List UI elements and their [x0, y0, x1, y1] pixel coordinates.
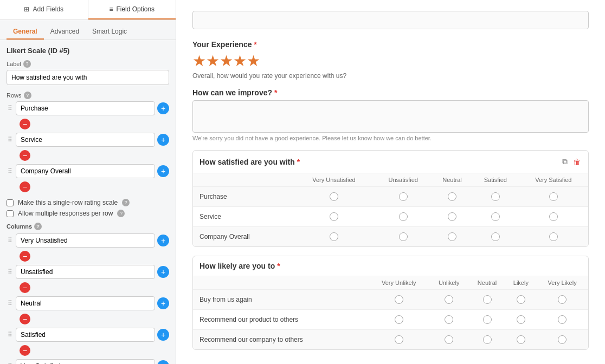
col-input-3[interactable]: [16, 328, 155, 342]
drag-handle-1[interactable]: ⠿: [7, 135, 14, 145]
col-drag-4[interactable]: ⠿: [7, 361, 14, 364]
radio-cell[interactable]: [432, 187, 472, 207]
remove-row-1-button[interactable]: −: [20, 150, 30, 161]
radio-circle[interactable]: [549, 232, 558, 241]
remove-row-2-button[interactable]: −: [20, 181, 30, 192]
add-col-1-button[interactable]: +: [157, 266, 169, 278]
col-input-2[interactable]: [16, 296, 155, 310]
remove-col-1-button[interactable]: −: [20, 282, 30, 293]
radio-circle[interactable]: [448, 232, 456, 241]
single-row-checkbox[interactable]: [7, 199, 14, 206]
radio-circle[interactable]: [330, 212, 338, 221]
radio-circle[interactable]: [399, 212, 408, 221]
radio-circle[interactable]: [448, 212, 456, 221]
add-col-0-button[interactable]: +: [157, 235, 169, 246]
label-help-icon[interactable]: ?: [23, 60, 31, 68]
radio-circle[interactable]: [448, 192, 456, 201]
radio-circle[interactable]: [483, 295, 492, 304]
col-drag-2[interactable]: ⠿: [7, 298, 14, 308]
radio-cell[interactable]: [293, 207, 374, 227]
radio-circle[interactable]: [330, 192, 338, 201]
remove-col-0-button[interactable]: −: [20, 251, 30, 262]
radio-cell[interactable]: [369, 310, 429, 330]
radio-circle[interactable]: [558, 295, 567, 304]
radio-cell[interactable]: [375, 187, 432, 207]
radio-circle[interactable]: [330, 232, 338, 241]
radio-circle[interactable]: [483, 335, 492, 344]
sub-tab-advanced[interactable]: Advanced: [44, 24, 86, 40]
row-input-0[interactable]: [16, 101, 155, 115]
remove-row-0-button[interactable]: −: [20, 119, 30, 129]
row-input-1[interactable]: [16, 133, 155, 147]
radio-cell[interactable]: [536, 330, 588, 350]
label-input[interactable]: [7, 70, 169, 85]
remove-col-2-button[interactable]: −: [20, 314, 30, 324]
radio-cell[interactable]: [506, 290, 537, 310]
radio-cell[interactable]: [375, 227, 432, 247]
likert1-delete-button[interactable]: 🗑: [572, 156, 582, 167]
radio-cell[interactable]: [506, 310, 537, 330]
radio-cell[interactable]: [469, 330, 506, 350]
radio-cell[interactable]: [472, 207, 519, 227]
add-col-4-button[interactable]: +: [157, 360, 169, 364]
radio-circle[interactable]: [517, 315, 525, 324]
add-row-1-button[interactable]: +: [157, 134, 169, 146]
multiple-responses-help-icon[interactable]: ?: [117, 210, 125, 217]
radio-cell[interactable]: [469, 290, 506, 310]
col-drag-1[interactable]: ⠿: [7, 267, 14, 277]
radio-cell[interactable]: [375, 207, 432, 227]
col-input-0[interactable]: [16, 233, 155, 248]
radio-cell[interactable]: [536, 290, 588, 310]
rows-help-icon[interactable]: ?: [24, 92, 31, 99]
radio-circle[interactable]: [445, 315, 453, 324]
radio-cell[interactable]: [519, 227, 588, 247]
radio-cell[interactable]: [429, 310, 469, 330]
radio-cell[interactable]: [429, 330, 469, 350]
columns-help-icon[interactable]: ?: [34, 223, 42, 230]
col-drag-3[interactable]: ⠿: [7, 330, 14, 340]
radio-circle[interactable]: [558, 315, 567, 324]
radio-cell[interactable]: [536, 310, 588, 330]
radio-circle[interactable]: [395, 315, 403, 324]
row-input-2[interactable]: [16, 164, 155, 178]
col-drag-0[interactable]: ⠿: [7, 236, 14, 245]
radio-cell[interactable]: [469, 310, 506, 330]
radio-cell[interactable]: [432, 207, 472, 227]
radio-cell[interactable]: [472, 227, 519, 247]
radio-circle[interactable]: [483, 315, 492, 324]
radio-circle[interactable]: [517, 295, 525, 304]
multiple-responses-checkbox[interactable]: [7, 210, 14, 217]
sub-tab-general[interactable]: General: [7, 24, 44, 40]
radio-cell[interactable]: [293, 227, 374, 247]
radio-cell[interactable]: [429, 290, 469, 310]
radio-circle[interactable]: [491, 192, 500, 201]
radio-circle[interactable]: [445, 335, 453, 344]
improve-textarea[interactable]: [192, 100, 589, 133]
radio-cell[interactable]: [432, 227, 472, 247]
radio-circle[interactable]: [395, 295, 403, 304]
col-input-4[interactable]: [16, 359, 155, 364]
radio-circle[interactable]: [491, 232, 500, 241]
tab-add-fields[interactable]: ⊞ Add Fields: [0, 0, 88, 20]
single-row-help-icon[interactable]: ?: [122, 199, 130, 206]
radio-cell[interactable]: [293, 187, 374, 207]
drag-handle-2[interactable]: ⠿: [7, 166, 14, 176]
likert1-copy-button[interactable]: ⧉: [561, 156, 569, 167]
add-col-3-button[interactable]: +: [157, 329, 169, 341]
radio-cell[interactable]: [369, 290, 429, 310]
sub-tab-smart-logic[interactable]: Smart Logic: [86, 24, 133, 40]
radio-cell[interactable]: [369, 330, 429, 350]
add-row-0-button[interactable]: +: [157, 102, 169, 114]
radio-circle[interactable]: [399, 232, 408, 241]
radio-circle[interactable]: [558, 335, 567, 344]
radio-circle[interactable]: [491, 212, 500, 221]
radio-cell[interactable]: [506, 330, 537, 350]
radio-circle[interactable]: [517, 335, 525, 344]
col-input-1[interactable]: [16, 265, 155, 279]
add-col-2-button[interactable]: +: [157, 297, 169, 309]
radio-cell[interactable]: [472, 187, 519, 207]
radio-circle[interactable]: [445, 295, 453, 304]
radio-circle[interactable]: [399, 192, 408, 201]
drag-handle-0[interactable]: ⠿: [7, 103, 14, 113]
radio-cell[interactable]: [519, 207, 588, 227]
